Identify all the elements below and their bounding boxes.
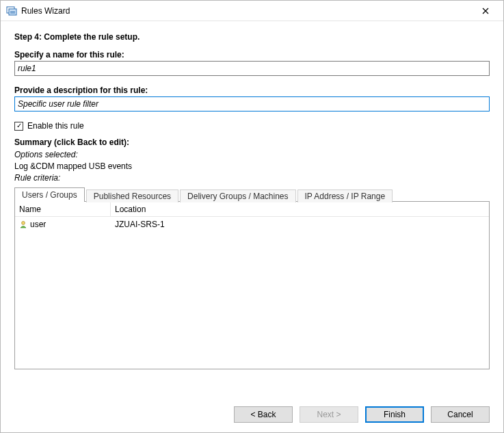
column-header-location[interactable]: Location bbox=[111, 202, 489, 217]
enable-rule-checkbox[interactable]: ✓ bbox=[14, 122, 23, 131]
cancel-button[interactable]: Cancel bbox=[431, 406, 490, 423]
enable-rule-label: Enable this rule bbox=[27, 121, 84, 131]
tab-users-groups[interactable]: Users / Groups bbox=[14, 187, 85, 202]
next-button: Next > bbox=[300, 406, 358, 423]
finish-button[interactable]: Finish bbox=[365, 406, 424, 423]
summary-options-label: Options selected: bbox=[14, 150, 490, 159]
checkmark-icon: ✓ bbox=[16, 122, 22, 129]
user-icon bbox=[19, 220, 27, 228]
tab-ip-range[interactable]: IP Address / IP Range bbox=[297, 189, 393, 202]
rule-name-input[interactable] bbox=[14, 61, 490, 76]
summary-options-line: Log &CDM mapped USB events bbox=[14, 161, 490, 171]
close-button[interactable] bbox=[472, 1, 499, 21]
column-header-name[interactable]: Name bbox=[15, 202, 111, 217]
rule-desc-label: Provide a description for this rule: bbox=[14, 86, 490, 95]
close-icon bbox=[482, 8, 489, 14]
row-name: user bbox=[30, 220, 46, 229]
summary-title: Summary (click Back to edit): bbox=[14, 137, 490, 147]
back-button[interactable]: < Back bbox=[234, 406, 293, 423]
row-location: JZUAI-SRS-1 bbox=[115, 220, 165, 229]
summary-criteria-label: Rule criteria: bbox=[14, 173, 490, 183]
rule-desc-input[interactable] bbox=[14, 96, 490, 111]
wizard-button-bar: < Back Next > Finish Cancel bbox=[234, 406, 490, 423]
list-header: Name Location bbox=[15, 202, 489, 217]
app-icon bbox=[6, 5, 17, 16]
criteria-list-panel: Name Location user JZUAI-SRS-1 bbox=[14, 201, 490, 369]
wizard-content: Step 4: Complete the rule setup. Specify… bbox=[1, 21, 503, 369]
table-row[interactable]: user JZUAI-SRS-1 bbox=[15, 217, 489, 232]
rule-name-label: Specify a name for this rule: bbox=[14, 50, 490, 60]
tab-delivery-groups[interactable]: Delivery Groups / Machines bbox=[180, 189, 295, 202]
svg-point-2 bbox=[22, 222, 25, 225]
step-title: Step 4: Complete the rule setup. bbox=[14, 32, 490, 42]
tab-published-resources[interactable]: Published Resources bbox=[86, 189, 178, 202]
titlebar: Rules Wizard bbox=[1, 1, 503, 21]
criteria-tabs: Users / Groups Published Resources Deliv… bbox=[14, 187, 490, 201]
window-title: Rules Wizard bbox=[21, 6, 472, 16]
